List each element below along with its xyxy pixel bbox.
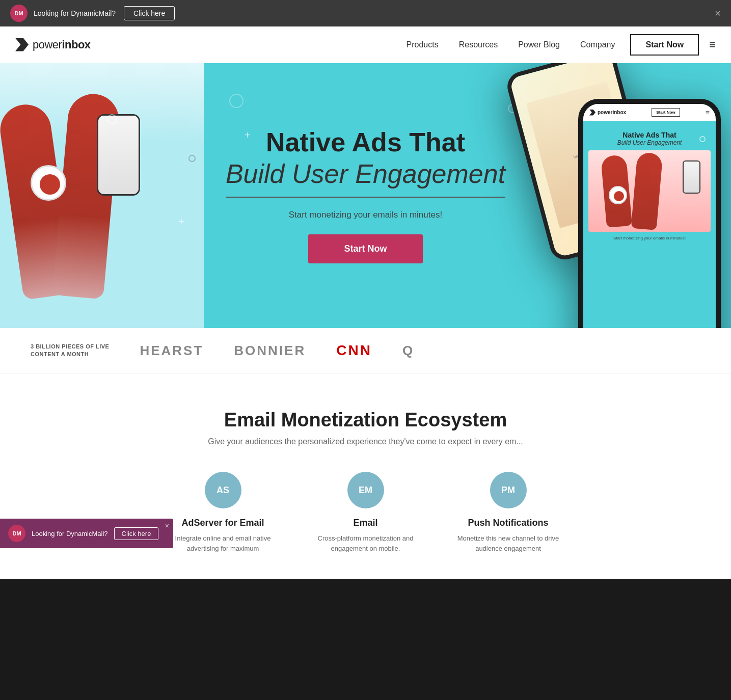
hero-start-now-button[interactable]: Start Now [308, 234, 422, 263]
eco-card-push: PM Push Notifications Monetize this new … [452, 472, 564, 553]
notification-text: Looking for DynamicMail? [34, 9, 116, 17]
nav-products[interactable]: Products [407, 40, 439, 49]
cup-visual [31, 165, 66, 201]
brand-hearst: HEARST [140, 343, 203, 359]
brands-section: 3 BILLION PIECES OF LIVE CONTENT A MONTH… [0, 328, 731, 373]
mobile-cup [609, 186, 627, 204]
logo-text: powerinbox [33, 38, 91, 51]
nav-resources[interactable]: Resources [459, 40, 498, 49]
eco-card-push-desc: Monetize this new channel to drive audie… [452, 533, 564, 553]
phone-front: powerinbox Start Now ≡ + Native Ads That… [578, 99, 721, 328]
notification-bar: DM Looking for DynamicMail? Click here × [0, 0, 731, 26]
mobile-leg-right [631, 152, 663, 230]
mobile-start-button[interactable]: Start Now [652, 108, 680, 117]
eco-card-adserver-desc: Integrate online and email native advert… [167, 533, 279, 553]
mobile-hero-image [588, 150, 711, 232]
ecosystem-section: Email Monetization Ecosystem Give your a… [0, 373, 731, 579]
mobile-monetize-text: Start monetizing your emails in minutes! [588, 236, 711, 240]
eco-card-adserver-title: AdServer for Email [167, 518, 279, 528]
ecosystem-subtitle: Give your audiences the personalized exp… [31, 437, 700, 446]
eco-card-email-title: Email [310, 518, 422, 528]
brands-stat: 3 BILLION PIECES OF LIVE CONTENT A MONTH [31, 343, 109, 359]
dm-avatar: DM [10, 5, 28, 22]
logo[interactable]: powerinbox [15, 38, 91, 51]
hamburger-menu-button[interactable]: ≡ [709, 38, 716, 51]
hero-image-left [0, 63, 204, 328]
eco-card-email: EM Email Cross-platform monetization and… [310, 472, 422, 553]
deco-circle-3 [229, 94, 243, 108]
nav-blog[interactable]: Power Blog [518, 40, 560, 49]
navbar: powerinbox Products Resources Power Blog… [0, 26, 731, 63]
mobile-deco-circle [699, 136, 706, 142]
phone-mini-left [97, 114, 140, 196]
click-here-button[interactable]: Click here [124, 6, 175, 20]
nav-company[interactable]: Company [580, 40, 615, 49]
deco-circle-2 [188, 155, 196, 162]
mobile-logo-text: powerinbox [598, 110, 626, 115]
deco-plus-2: + [178, 216, 184, 228]
hero-title-main: Native Ads That [226, 128, 505, 157]
page-wrapper: DM Looking for DynamicMail? Click here ×… [0, 0, 731, 579]
eco-icon-email: EM [347, 472, 384, 508]
close-notification-button[interactable]: × [715, 8, 721, 19]
popup-notification: DM Looking for DynamicMail? Click here × [0, 519, 173, 548]
brand-cnn: CNN [336, 342, 372, 359]
deco-circle-1 [107, 114, 117, 124]
logo-icon [15, 38, 29, 51]
hero-title-sub: Build User Engagement [226, 159, 505, 198]
phone-mockups: baby photo powerinbox Start Now ≡ [537, 63, 731, 328]
hero-content: Native Ads That Build User Engagement St… [215, 128, 516, 263]
popup-click-here-button[interactable]: Click here [114, 527, 159, 540]
brand-bonnier: BONNIER [234, 343, 306, 359]
mobile-hero-title: Native Ads That [588, 131, 711, 139]
popup-text: Looking for DynamicMail? [32, 530, 108, 537]
eco-icon-adserver: AS [205, 472, 241, 508]
ecosystem-title: Email Monetization Ecosystem [31, 409, 700, 431]
popup-close-button[interactable]: × [165, 522, 169, 530]
phone-front-screen: powerinbox Start Now ≡ + Native Ads That… [583, 104, 716, 328]
eco-card-email-desc: Cross-platform monetization and engageme… [310, 533, 422, 553]
eco-icon-push: PM [490, 472, 527, 508]
navbar-start-now-button[interactable]: Start Now [630, 34, 699, 56]
nav-links: Products Resources Power Blog Company [407, 40, 615, 49]
mobile-hero-subtitle: Build User Engagement [588, 139, 711, 146]
mobile-hero: + Native Ads That Build User Engagement [583, 121, 716, 328]
brand-q: Q [402, 343, 414, 359]
popup-dm-avatar: DM [8, 525, 25, 542]
eco-card-push-title: Push Notifications [452, 518, 564, 528]
eco-card-adserver: AS AdServer for Email Integrate online a… [167, 472, 279, 553]
hero-subtitle: Start monetizing your emails in minutes! [226, 210, 505, 220]
hero-section: + + Native Ads That Build User Engagemen… [0, 63, 731, 328]
mobile-nav: powerinbox Start Now ≡ [583, 104, 716, 121]
